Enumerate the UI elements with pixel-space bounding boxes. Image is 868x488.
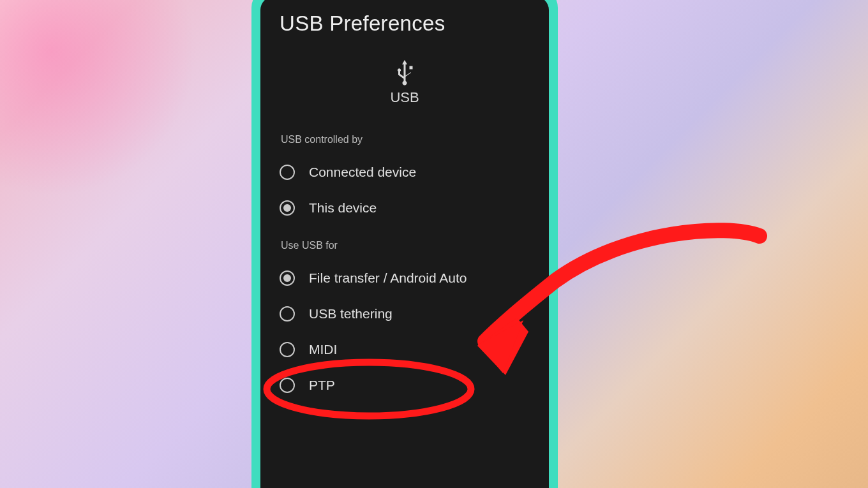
phone-screen: USB Preferences USB USB controlled by Co…	[260, 0, 549, 488]
usb-label: USB	[280, 89, 530, 106]
radio-icon	[280, 342, 295, 357]
section-heading-controlled-by: USB controlled by	[281, 134, 530, 145]
radio-icon-selected	[280, 200, 295, 216]
option-label: This device	[309, 200, 377, 216]
option-ptp[interactable]: PTP	[280, 367, 530, 403]
radio-icon	[280, 378, 295, 393]
usb-header-block: USB	[280, 57, 530, 106]
option-this-device[interactable]: This device	[280, 190, 530, 226]
option-connected-device[interactable]: Connected device	[280, 154, 530, 190]
phone-frame: USB Preferences USB USB controlled by Co…	[251, 0, 558, 488]
option-usb-tethering[interactable]: USB tethering	[280, 296, 530, 332]
option-label: File transfer / Android Auto	[309, 270, 467, 286]
option-label: USB tethering	[309, 306, 393, 322]
radio-icon-selected	[280, 270, 295, 286]
page-title: USB Preferences	[280, 11, 530, 36]
radio-icon	[280, 165, 295, 180]
option-label: MIDI	[309, 342, 337, 357]
option-midi[interactable]: MIDI	[280, 332, 530, 367]
radio-icon	[280, 306, 295, 322]
option-file-transfer[interactable]: File transfer / Android Auto	[280, 260, 530, 296]
usb-icon	[393, 57, 417, 88]
option-label: PTP	[309, 378, 335, 393]
option-label: Connected device	[309, 165, 416, 180]
section-heading-use-for: Use USB for	[281, 240, 530, 251]
